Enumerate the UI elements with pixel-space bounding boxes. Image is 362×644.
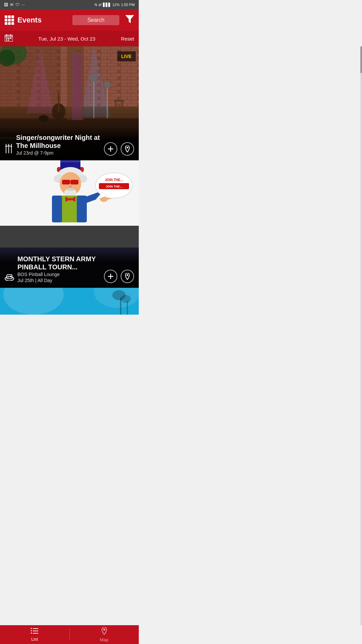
svg-rect-50 bbox=[60, 160, 80, 162]
event-card-3[interactable] bbox=[0, 288, 139, 315]
event-card-1[interactable]: LIVE Singer/songwriter Night at The Mill… bbox=[0, 46, 139, 160]
dots-icon: ··· bbox=[21, 2, 25, 7]
game-icon bbox=[5, 273, 14, 282]
event1-overlay: Singer/songwriter Night at The Millhouse… bbox=[0, 127, 139, 160]
date-range-bar: Tue, Jul 23 - Wed, Oct 23 Reset bbox=[0, 31, 139, 46]
event2-date: Jul 25th | All Day bbox=[17, 278, 101, 283]
pinball-illustration: JOIN THE... JOIN THE... bbox=[0, 160, 139, 248]
event1-actions bbox=[104, 142, 134, 156]
status-bar: 🖼 ✉ 🛡 ··· N ⇄ ▋▋▋ 12% 1:50 PM bbox=[0, 0, 139, 9]
svg-point-81 bbox=[10, 276, 11, 277]
start-date: Tue, Jul 23 bbox=[38, 36, 63, 42]
event2-venue: BOS Pinball Lounge bbox=[17, 272, 101, 277]
svg-point-84 bbox=[127, 274, 128, 276]
event1-date: Jul 23rd @ 7-9pm bbox=[16, 150, 101, 156]
svg-rect-6 bbox=[8, 38, 9, 39]
svg-point-65 bbox=[69, 198, 72, 201]
photo-icon: 🖼 bbox=[4, 2, 8, 7]
svg-rect-55 bbox=[62, 180, 70, 184]
signal-icon: ▋▋▋ bbox=[103, 3, 111, 7]
wifi-icon: ⇄ bbox=[99, 3, 102, 7]
app-header: Events bbox=[0, 9, 139, 31]
svg-text:JOIN THE...: JOIN THE... bbox=[106, 185, 122, 188]
svg-rect-8 bbox=[6, 40, 7, 41]
svg-marker-0 bbox=[125, 15, 134, 23]
svg-text:LIVE: LIVE bbox=[121, 54, 131, 59]
svg-rect-76 bbox=[0, 226, 139, 248]
filter-icon[interactable] bbox=[125, 15, 134, 25]
event1-info: Singer/songwriter Night at The Millhouse… bbox=[16, 133, 101, 156]
end-date: Wed, Oct 23 bbox=[67, 36, 95, 42]
shield-icon: 🛡 bbox=[15, 2, 19, 7]
svg-point-91 bbox=[121, 295, 131, 303]
svg-point-61 bbox=[69, 188, 74, 191]
grid-menu-icon[interactable] bbox=[5, 15, 14, 25]
time-display: 1:50 PM bbox=[121, 3, 135, 7]
event2-add-button[interactable] bbox=[104, 270, 117, 283]
event1-add-button[interactable] bbox=[104, 142, 117, 156]
status-icons: 🖼 ✉ 🛡 ··· bbox=[4, 2, 25, 7]
event-card-2[interactable]: JOIN THE... JOIN THE... MONTHLY STERN AR… bbox=[0, 160, 139, 288]
svg-rect-34 bbox=[114, 100, 124, 102]
date-separator: - bbox=[64, 36, 66, 42]
svg-rect-9 bbox=[8, 40, 9, 41]
reset-button[interactable]: Reset bbox=[121, 36, 134, 42]
event1-location-button[interactable] bbox=[121, 142, 134, 156]
svg-rect-5 bbox=[6, 38, 7, 39]
calendar-icon[interactable] bbox=[5, 34, 13, 43]
food-icon bbox=[5, 144, 13, 155]
events-list: LIVE Singer/songwriter Night at The Mill… bbox=[0, 46, 139, 333]
svg-point-33 bbox=[104, 82, 111, 88]
battery-level: 12% bbox=[112, 3, 120, 7]
svg-rect-66 bbox=[52, 196, 62, 222]
svg-point-58 bbox=[69, 185, 72, 187]
search-input[interactable] bbox=[72, 15, 119, 25]
svg-point-46 bbox=[127, 147, 128, 149]
mail-icon: ✉ bbox=[10, 2, 13, 7]
page-title: Events bbox=[17, 16, 69, 24]
svg-text:JOIN THE...: JOIN THE... bbox=[105, 178, 123, 182]
svg-rect-7 bbox=[10, 38, 11, 39]
event2-info: MONTHLY STERN ARMY PINBALL TOURN... BOS … bbox=[17, 255, 101, 283]
event2-overlay: MONTHLY STERN ARMY PINBALL TOURN... BOS … bbox=[0, 248, 139, 288]
status-info: N ⇄ ▋▋▋ 12% 1:50 PM bbox=[95, 3, 135, 7]
event-card-3-bg bbox=[0, 288, 139, 315]
event1-title: Singer/songwriter Night at The Millhouse bbox=[16, 133, 101, 150]
svg-rect-56 bbox=[70, 180, 78, 184]
event2-location-button[interactable] bbox=[121, 270, 134, 283]
event2-actions bbox=[104, 270, 134, 283]
svg-point-32 bbox=[90, 75, 97, 82]
nfc-icon: N bbox=[95, 3, 97, 7]
event2-title: MONTHLY STERN ARMY PINBALL TOURN... bbox=[17, 255, 101, 271]
date-range-text: Tue, Jul 23 - Wed, Oct 23 bbox=[16, 36, 118, 42]
